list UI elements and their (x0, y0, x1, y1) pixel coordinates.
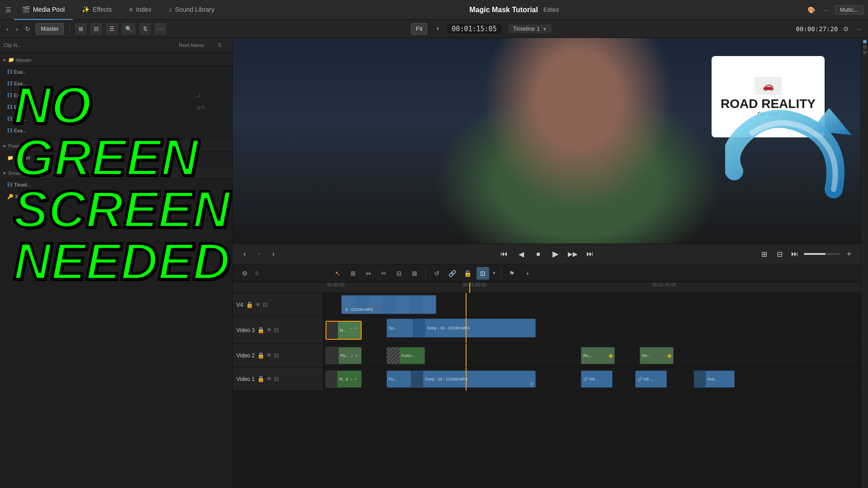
step-back-btn[interactable]: ◀ (515, 248, 528, 260)
select-tool-btn[interactable]: ↖ (331, 267, 344, 280)
search-button[interactable]: 🔍 (122, 23, 136, 35)
track-content-v3[interactable]: M...9 ↙ ✦ → So... Sony - 16 - C0199.MP4 (323, 317, 861, 343)
eye-icon[interactable]: 👁 (255, 301, 261, 308)
clip[interactable]: 🔗 H9 ... (635, 371, 667, 388)
lock-icon[interactable]: 🔒 (246, 301, 253, 308)
fit-dropdown-arrow[interactable]: ▼ (435, 26, 440, 31)
view-grid-icon[interactable]: ⊟ (90, 23, 102, 35)
play-btn[interactable]: ▶ (549, 248, 562, 260)
stop-btn[interactable]: ■ (532, 248, 545, 260)
view-list-icon[interactable]: ⊞ (75, 23, 87, 35)
eye-icon[interactable]: 👁 (266, 375, 272, 382)
link-btn[interactable]: 🔗 (446, 267, 458, 280)
right-panel-dot (863, 51, 867, 54)
in-out-btn[interactable]: ⊟ (773, 248, 786, 260)
clip[interactable]: Fu... (387, 371, 411, 388)
clip-icon[interactable]: ⊟ (274, 375, 279, 382)
track-content-v2[interactable]: Ro... ↙ ✦ Fusio... Ro... Ro... (323, 344, 861, 367)
track-content-v4[interactable]: 6 - C0199.MP4 (323, 293, 861, 316)
view-detail-icon[interactable]: ☰ (106, 23, 118, 35)
folder-master[interactable]: ▸ 📁 Master (0, 54, 232, 66)
sync-icon[interactable]: ↻ (23, 25, 32, 33)
tab-media-pool[interactable]: 🎬 Media Pool (14, 0, 73, 20)
forward-icon[interactable]: › (14, 25, 20, 33)
clip[interactable]: Sony - 16 - C0199.MP4 (414, 319, 536, 338)
clip-name: Exa... (14, 69, 231, 75)
razor-tool-btn[interactable]: ⊟ (393, 267, 406, 280)
clip[interactable]: Fus... (694, 371, 735, 388)
snap-btn[interactable]: ⊡ (476, 267, 489, 280)
color-wheel-icon[interactable]: 🎨 (806, 6, 817, 14)
section-expand-icon: ▸ (4, 170, 6, 176)
trim-tool-btn[interactable]: ⊞ (347, 267, 359, 280)
fit-button[interactable]: Fit (411, 23, 427, 35)
prev-frame-btn[interactable]: ‹ (238, 248, 251, 260)
media-pool-label: Media Pool (33, 6, 65, 13)
loop-btn[interactable]: ⊞ (758, 248, 770, 260)
skip-to-start-btn[interactable]: ⏮ (498, 248, 510, 260)
eye-icon[interactable]: 👁 (266, 352, 272, 359)
clip[interactable]: Fusio... (387, 347, 425, 364)
playback-controls: ‹ · › ⏮ ◀ ■ ▶ ▶▶ ⏭ ⊞ ⊟ ⏭ + (233, 244, 861, 264)
clip-thumbnail (387, 347, 400, 364)
clip[interactable]: Ro... (640, 347, 674, 364)
flag-btn[interactable]: ⚑ (506, 267, 519, 280)
lock-btn[interactable]: 🔒 (461, 267, 474, 280)
playback-left: ‹ · › (233, 248, 492, 260)
tab-index[interactable]: ≡ Index (121, 0, 160, 20)
hamburger-menu-icon[interactable]: ☰ (4, 6, 13, 14)
skip-to-end-btn[interactable]: ⏭ (584, 248, 596, 260)
clip[interactable]: So... (387, 319, 414, 338)
filter-button[interactable]: ⇅ (139, 23, 151, 35)
tab-sound-library[interactable]: ♪ Sound Library (160, 0, 222, 20)
lock-icon[interactable]: 🔒 (257, 375, 264, 382)
step-fwd-btn[interactable]: › (267, 248, 280, 260)
clip-icon[interactable]: ⊟ (263, 301, 268, 308)
add-marker-btn[interactable]: + (843, 248, 855, 260)
clip[interactable]: M...9 ↙ ✦ → (326, 321, 362, 340)
timeline-settings-btn[interactable]: ⚙ (238, 267, 251, 280)
dynamic-trim-btn[interactable]: ⇔ (362, 267, 375, 280)
back-icon[interactable]: ‹ (5, 25, 10, 33)
clip[interactable]: 6 - C0199.MP4 (341, 295, 436, 314)
timeline-area: 00:40:00 00:01:00:00 00:01:40:00 V4 🔒 👁 (233, 282, 861, 488)
right-panel-dot (863, 40, 867, 43)
snap-dropdown[interactable]: ▼ (492, 271, 496, 276)
clip-thumbnail (412, 371, 423, 387)
lock-icon[interactable]: 🔒 (257, 352, 264, 359)
big-text-no: NO (14, 80, 230, 131)
right-panel-dot (863, 45, 867, 49)
toolbar-timecode-center: Fit ▼ 00:01:15:05 Timeline 1 ▼ (170, 23, 793, 35)
master-bin-label[interactable]: Master (36, 23, 64, 35)
more-options-icon[interactable]: ··· (821, 6, 830, 14)
clip[interactable]: Ro... ↙ ✦ (326, 347, 362, 364)
tab-effects[interactable]: ✨ Effects (74, 0, 120, 20)
multicam-button[interactable]: Multic... (835, 5, 863, 14)
mute-btn[interactable]: ⏭ (788, 248, 801, 260)
track-name-v3: Video 3 (236, 327, 255, 333)
volume-slider[interactable] (804, 253, 840, 255)
timeline-name[interactable]: Timeline 1 ▼ (509, 24, 552, 33)
settings-icon[interactable]: ⚙ (841, 25, 851, 33)
clip[interactable]: Ro... (581, 347, 615, 364)
blade-tool-btn[interactable]: ✂ (377, 267, 390, 280)
more-right-icon[interactable]: ··· (854, 25, 863, 33)
timeline-tool-sep2 (501, 268, 501, 279)
more-button[interactable]: ··· (155, 23, 166, 35)
next-frame-btn[interactable]: · (253, 248, 265, 260)
video-background: 🚗 ROAD REALITY Est. 2020 (233, 38, 861, 244)
clip[interactable]: Sony - 16 - C0199.MP4 ⊞ (411, 371, 536, 388)
clip[interactable]: M...9 ↙ ✦ (326, 371, 362, 388)
speed-tool-btn[interactable]: ⊠ (408, 267, 421, 280)
media-pool-column-headers: Clip N... Reel Name S (0, 38, 232, 52)
track-content-v1[interactable]: M...9 ↙ ✦ Fu... Sony - 16 - C0199.MP4 ⊞ (323, 367, 861, 390)
clip[interactable]: 🔗 H9 ... (581, 371, 613, 388)
clip-icon[interactable]: ⊟ (274, 327, 279, 333)
eye-icon[interactable]: 👁 (266, 327, 272, 333)
add-btn[interactable]: + (521, 267, 534, 280)
lock-icon[interactable]: 🔒 (257, 327, 264, 333)
clip-icon[interactable]: ⊟ (274, 352, 279, 359)
undo-btn[interactable]: ↺ (430, 267, 443, 280)
fast-fwd-btn[interactable]: ▶▶ (566, 248, 579, 260)
timeline-scrollbar[interactable] (233, 483, 861, 488)
